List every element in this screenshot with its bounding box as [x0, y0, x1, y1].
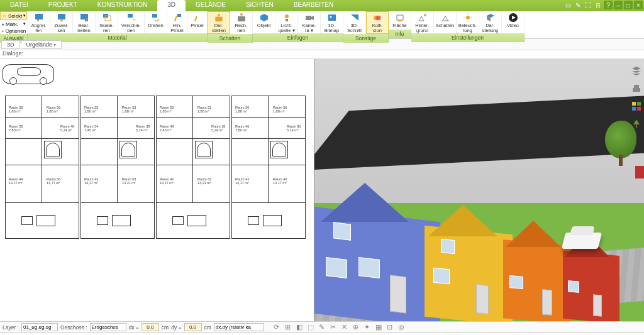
group-einfuegen-label: Einfügen — [253, 33, 343, 42]
group-einstellungen-label: Einstellungen — [411, 33, 525, 42]
dxdy-input[interactable] — [214, 323, 264, 331]
svg-rect-4 — [85, 18, 88, 21]
group-sonstige-label: Sonstige — [343, 34, 389, 43]
skalieren-button[interactable]: Skalie- ren — [96, 11, 118, 33]
menu-datei[interactable]: DATEI — [0, 0, 38, 11]
titlebar-icon[interactable]: ✎ — [574, 1, 582, 9]
darstellen-button[interactable]: Dar- stellen — [208, 11, 230, 34]
tool-icon[interactable]: ◎ — [397, 324, 405, 331]
layer-input[interactable] — [21, 323, 58, 331]
flaeche-button[interactable]: Fläche — [389, 11, 411, 30]
bearbeiten-button[interactable]: Bear- beiten — [73, 11, 96, 33]
close-icon[interactable]: × — [634, 1, 643, 9]
group-schatten-label: Schatten — [208, 34, 253, 43]
hin-pinsel-button[interactable]: Hin. Pinsel — [167, 11, 187, 33]
menu-projekt[interactable]: PROJEKT — [38, 0, 87, 11]
titlebar-icon[interactable]: ⌸ — [594, 1, 602, 9]
zuweisen-button[interactable]: Zuwei- sen — [50, 11, 73, 33]
layer-dropdown[interactable]: Urgelände — [21, 40, 62, 49]
selekt-button[interactable]: ☆Selekt — [0, 11, 27, 20]
layers-icon[interactable] — [631, 65, 642, 77]
material-icon[interactable] — [631, 101, 642, 112]
maximize-icon[interactable]: □ — [624, 1, 633, 9]
status-bar: Wand AW-Bestand L=Konstruktion G=Erdgesc… — [0, 332, 644, 335]
svg-point-22 — [466, 16, 470, 19]
right-dock — [629, 59, 644, 129]
abgreifen-button[interactable]: Abgrei- fen — [28, 11, 50, 33]
schatten-button[interactable]: Schatten — [434, 11, 457, 33]
svg-rect-31 — [637, 102, 641, 106]
rechnen-button[interactable]: Rech- nen — [230, 11, 253, 34]
mark-button[interactable]: ⬥Mark. — [0, 20, 27, 28]
help-icon[interactable]: ? — [604, 1, 613, 9]
verschieben-button[interactable]: Verschie- ben — [118, 11, 145, 33]
tool-icon[interactable]: ✎ — [318, 324, 326, 331]
view-tab-3d[interactable]: 3D — [1, 40, 20, 49]
car-symbol — [3, 64, 54, 84]
tool-icon[interactable]: ✦ — [364, 324, 371, 331]
lichtquelle-button[interactable]: Licht- quelle ▾ — [275, 11, 298, 33]
svg-rect-0 — [35, 14, 43, 19]
tool-icon[interactable]: ▦ — [375, 324, 382, 331]
svg-rect-34 — [636, 124, 637, 128]
tool-icon[interactable]: ✕ — [341, 324, 348, 331]
menu-sichten[interactable]: SICHTEN — [236, 0, 284, 11]
svg-rect-9 — [177, 14, 181, 17]
svg-rect-28 — [633, 88, 640, 92]
tool-icon[interactable]: ⟳ — [273, 324, 280, 331]
tool-icon[interactable]: ⊡ — [386, 324, 394, 331]
tree-icon[interactable] — [631, 118, 642, 129]
objekt-button[interactable]: Objekt — [253, 11, 275, 33]
svg-point-18 — [330, 16, 331, 18]
tool-icon[interactable]: ◧ — [296, 324, 303, 331]
menu-3d[interactable]: 3D — [157, 0, 186, 11]
darstellung-button[interactable]: Dar- stellung — [479, 11, 502, 33]
svg-rect-33 — [637, 107, 641, 111]
svg-rect-16 — [306, 16, 311, 20]
svg-rect-1 — [37, 19, 39, 21]
house-3d — [503, 211, 572, 321]
menu-gelaende[interactable]: GELÄNDE — [186, 0, 236, 11]
drehen-button[interactable]: Drehen — [145, 11, 167, 33]
unit-label: cm — [162, 324, 169, 331]
house-3d — [425, 195, 513, 321]
beleuchtung-button[interactable]: Beleuch- tung — [457, 11, 479, 33]
video-button[interactable]: Video — [502, 11, 525, 33]
kamera-button[interactable]: Kame- ra ▾ — [298, 11, 321, 33]
workspace: Raum 581,86 m²Raum 561,88 m²Raum 587,80 … — [0, 59, 644, 321]
menu-bearbeiten[interactable]: BEARBEITEN — [284, 0, 343, 11]
dx-value[interactable]: 0,0 — [142, 323, 159, 331]
3d-bitmap-button[interactable]: 3D- Bitmap — [321, 11, 343, 33]
floor-plan: Raum 581,86 m²Raum 561,88 m²Raum 587,80 … — [5, 96, 307, 240]
titlebar-icon[interactable]: ⛶ — [584, 1, 592, 9]
dy-label: dy = — [171, 324, 181, 331]
tool-icon[interactable]: ✂ — [330, 324, 337, 331]
3d-view-pane[interactable] — [314, 59, 644, 321]
dy-value[interactable]: 0,0 — [184, 323, 202, 331]
floorplan-pane[interactable]: Raum 581,86 m²Raum 561,88 m²Raum 587,80 … — [0, 59, 314, 321]
menu-konstruktion[interactable]: KONSTRUKTION — [87, 0, 157, 11]
furniture-icon[interactable] — [631, 83, 642, 94]
titlebar-icon[interactable]: ▭ — [564, 1, 572, 9]
geschoss-input[interactable] — [90, 323, 126, 331]
tool-icon[interactable]: ⊞ — [284, 324, 292, 331]
svg-rect-30 — [632, 102, 636, 106]
dx-label: dx = — [129, 324, 139, 331]
svg-point-13 — [240, 13, 243, 16]
geschoss-label: Geschoss : — [60, 324, 87, 331]
svg-rect-2 — [58, 14, 65, 19]
tool-icon[interactable]: ⊕ — [352, 324, 360, 331]
svg-rect-12 — [238, 16, 245, 21]
panel-handle[interactable] — [635, 166, 644, 178]
kollision-button[interactable]: Kolli- sion — [366, 11, 389, 34]
bottom-icon-row: ⟳ ⊞ ◧ ⬚ ✎ ✂ ✕ ⊕ ✦ ▦ ⊡ ◎ — [273, 324, 405, 331]
hintergrund-button[interactable]: Hinter- grund — [411, 11, 434, 33]
group-info-label: Info — [389, 30, 411, 38]
pinsel-button[interactable]: Pinsel — [187, 11, 208, 33]
tool-icon[interactable]: ⬚ — [307, 324, 314, 331]
svg-rect-32 — [632, 107, 636, 111]
minimize-icon[interactable]: ‒ — [614, 1, 623, 9]
svg-rect-7 — [128, 14, 133, 18]
3d-schnitt-button[interactable]: 3D- Schnitt — [343, 11, 366, 34]
svg-point-11 — [218, 14, 220, 16]
